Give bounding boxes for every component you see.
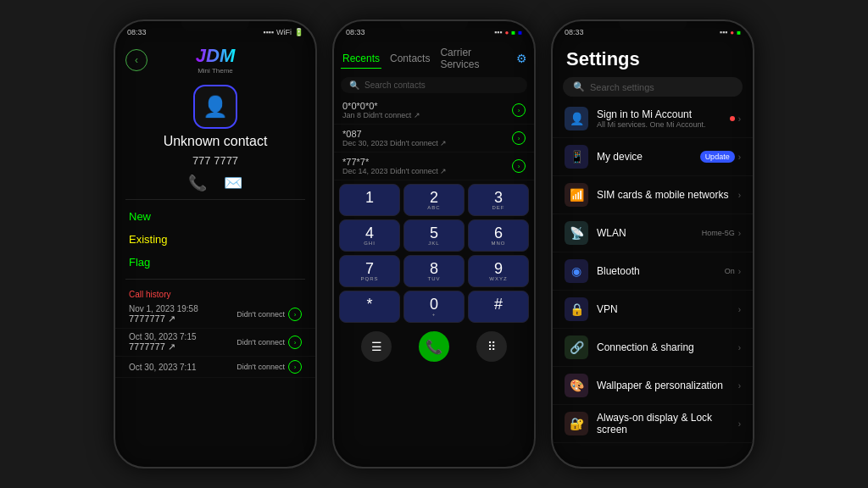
- phone-3: 08:33 ▪▪▪ ● ■ Settings 🔍 Search settings…: [551, 19, 754, 469]
- dial-key-1[interactable]: 1: [339, 184, 400, 216]
- dial-key-2[interactable]: 2ABC: [403, 184, 465, 216]
- recent-left-3: *77*7* Dec 14, 2023 Didn't connect ↗: [342, 157, 447, 175]
- settings-gear-icon[interactable]: ⚙: [516, 52, 527, 65]
- recent-date-1: Jan 8 Didn't connect ↗: [342, 111, 420, 119]
- dial-key-#[interactable]: #: [468, 291, 529, 323]
- call-left-2: Oct 30, 2023 7:15 7777777 ↗: [129, 332, 197, 352]
- call-arrow-3[interactable]: ›: [288, 360, 302, 374]
- grid-button[interactable]: ⠿: [476, 331, 507, 362]
- back-button[interactable]: ‹: [125, 49, 147, 71]
- dial-key-0[interactable]: 0+: [403, 291, 465, 323]
- call-item-2[interactable]: Oct 30, 2023 7:15 7777777 ↗ Didn't conne…: [115, 329, 315, 357]
- settings-item-0[interactable]: 👤Sign in to Mi AccountAll Mi services. O…: [553, 100, 753, 138]
- p1-logo: JDM Mini Theme: [147, 45, 283, 75]
- recent-arrow-1[interactable]: ›: [512, 103, 526, 117]
- settings-item-icon-3: 📡: [565, 221, 588, 245]
- battery-icon-2: ■: [511, 29, 515, 36]
- call-button[interactable]: 📞: [419, 331, 449, 362]
- call-left-1: Nov 1, 2023 19:58 7777777 ↗: [129, 304, 198, 324]
- settings-item-8[interactable]: 🔐Always-on display & Lock screen›: [553, 405, 753, 443]
- chevron-right-icon-8: ›: [738, 419, 741, 429]
- wifi-icon-2: ●: [504, 29, 509, 36]
- tab-carrier-services[interactable]: Carrier Services: [438, 43, 513, 74]
- battery-icon-p3: ■: [737, 29, 741, 36]
- dial-key-4[interactable]: 4GHI: [339, 219, 400, 252]
- dial-key-3[interactable]: 3DEF: [468, 184, 529, 216]
- settings-item-icon-5: 🔒: [565, 297, 588, 321]
- settings-item-6[interactable]: 🔗Connection & sharing›: [553, 329, 753, 367]
- message-action-icon[interactable]: ✉️: [224, 174, 242, 192]
- settings-search[interactable]: 🔍 Search settings: [563, 77, 743, 97]
- chevron-right-icon-4: ›: [738, 267, 741, 276]
- dialer-tabs: Recents Contacts Carrier Services ⚙: [334, 40, 534, 74]
- call-item-1[interactable]: Nov 1, 2023 19:58 7777777 ↗ Didn't conne…: [115, 301, 315, 329]
- option-new[interactable]: New: [115, 205, 315, 228]
- settings-item-icon-6: 🔗: [565, 336, 588, 359]
- dial-key-6[interactable]: 6MNO: [468, 219, 529, 252]
- call-number-1: 7777777 ↗: [129, 313, 198, 324]
- settings-item-text-4: Bluetooth: [597, 265, 725, 277]
- contact-actions: 📞 ✉️: [115, 174, 315, 192]
- dial-key-5[interactable]: 5JKL: [403, 219, 465, 252]
- dial-key-7[interactable]: 7PQRS: [339, 255, 400, 287]
- dial-key-9[interactable]: 9WXYZ: [468, 255, 529, 287]
- recent-arrow-2[interactable]: ›: [512, 131, 526, 145]
- settings-item-title-0: Sign in to Mi Account: [597, 108, 730, 120]
- recent-item-1[interactable]: 0*0*0*0* Jan 8 Didn't connect ↗ ›: [334, 97, 534, 125]
- settings-item-right-5: ›: [738, 305, 741, 314]
- settings-item-right-1: Update›: [700, 151, 741, 163]
- settings-item-7[interactable]: 🎨Wallpaper & personalization›: [553, 367, 753, 405]
- settings-item-right-4: On›: [725, 267, 741, 276]
- settings-item-text-1: My device: [597, 151, 700, 163]
- signal-icon-2: ▪▪▪: [494, 28, 503, 36]
- right-text-3: Home-5G: [702, 229, 735, 237]
- wifi-icon: WiFi: [276, 28, 292, 36]
- contact-search[interactable]: 🔍 Search contacts: [341, 77, 527, 93]
- tab-recents[interactable]: Recents: [341, 49, 381, 69]
- avatar: 👤: [193, 85, 237, 129]
- settings-item-icon-0: 👤: [565, 107, 588, 130]
- settings-item-icon-2: 📶: [565, 183, 588, 207]
- settings-item-5[interactable]: 🔒VPN›: [553, 291, 753, 329]
- settings-item-text-0: Sign in to Mi AccountAll Mi services. On…: [597, 108, 730, 129]
- p1-header: ‹ JDM Mini Theme: [115, 40, 315, 80]
- settings-item-text-7: Wallpaper & personalization: [597, 380, 738, 391]
- settings-item-title-5: VPN: [597, 303, 738, 315]
- settings-item-icon-1: 📱: [565, 145, 588, 169]
- dial-key-*[interactable]: *: [339, 291, 400, 323]
- settings-item-right-7: ›: [738, 381, 741, 391]
- settings-item-1[interactable]: 📱My deviceUpdate›: [553, 138, 753, 176]
- option-existing[interactable]: Existing: [115, 228, 315, 251]
- chevron-right-icon-2: ›: [738, 191, 741, 200]
- recent-num-3: *77*7*: [342, 157, 447, 167]
- settings-item-sub-0: All Mi services. One Mi Account.: [597, 120, 730, 129]
- recent-item-3[interactable]: *77*7* Dec 14, 2023 Didn't connect ↗ ›: [334, 152, 534, 180]
- screen-content-2: Recents Contacts Carrier Services ⚙ 🔍 Se…: [334, 40, 534, 467]
- call-item-3[interactable]: Oct 30, 2023 7:11 Didn't connect ›: [115, 357, 315, 378]
- chevron-right-icon-7: ›: [738, 381, 741, 391]
- menu-button[interactable]: ☰: [361, 331, 392, 362]
- recent-left-1: 0*0*0*0* Jan 8 Didn't connect ↗: [342, 101, 420, 119]
- call-arrow-1[interactable]: ›: [288, 308, 302, 321]
- call-action-icon[interactable]: 📞: [188, 174, 207, 192]
- recent-item-2[interactable]: *087 Dec 30, 2023 Didn't connect ↗ ›: [334, 125, 534, 152]
- settings-item-title-2: SIM cards & mobile networks: [597, 189, 738, 201]
- recent-num-2: *087: [342, 129, 447, 139]
- status-bar-1: 08:33 ▪▪▪▪ WiFi 🔋: [115, 21, 315, 40]
- option-flag[interactable]: Flag: [115, 251, 315, 274]
- tab-contacts[interactable]: Contacts: [388, 49, 431, 68]
- recent-num-1: 0*0*0*0*: [342, 101, 420, 111]
- status-icons-3: ▪▪▪ ● ■: [720, 28, 741, 36]
- call-arrow-2[interactable]: ›: [288, 336, 302, 349]
- dial-key-8[interactable]: 8TUV: [403, 255, 465, 287]
- call-status-2: Didn't connect: [236, 338, 285, 347]
- settings-item-3[interactable]: 📡WLANHome-5G›: [553, 214, 753, 252]
- settings-item-4[interactable]: ◉BluetoothOn›: [553, 252, 753, 291]
- settings-item-2[interactable]: 📶SIM cards & mobile networks›: [553, 176, 753, 214]
- settings-item-right-3: Home-5G›: [702, 229, 741, 238]
- signal-icon: ▪▪▪▪: [263, 28, 274, 36]
- settings-item-right-6: ›: [738, 343, 741, 352]
- recent-arrow-3[interactable]: ›: [512, 159, 526, 173]
- battery-icon-3: ■: [518, 29, 522, 36]
- settings-item-icon-7: 🎨: [565, 374, 588, 397]
